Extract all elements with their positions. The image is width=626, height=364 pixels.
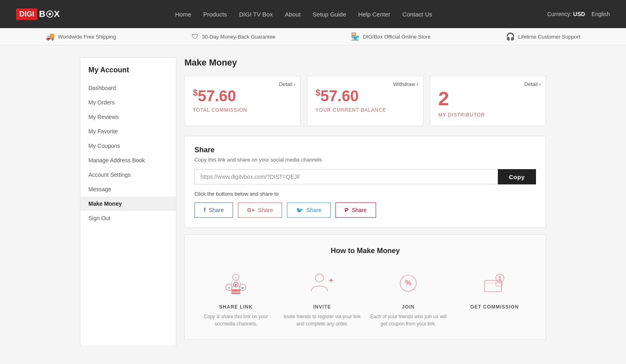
google-share-button[interactable]: G+ Share — [238, 202, 282, 218]
stat-current-balance: Withdraw › $57.60 YOUR CURRENT BALANCE — [307, 76, 423, 126]
language-selector[interactable]: English — [591, 11, 610, 17]
facebook-share-label: Share — [209, 207, 224, 213]
nav-home[interactable]: Home — [175, 11, 191, 18]
shield-icon: 🛡 — [192, 33, 199, 41]
twitter-icon: 🐦 — [296, 207, 303, 213]
svg-point-14 — [315, 274, 323, 282]
infobar-official: 🏪 DIGIBox Official Online Store — [351, 32, 430, 41]
currency-symbol-1: $ — [193, 88, 198, 98]
step-join-desc: Each of your friends who join us will ge… — [369, 313, 448, 327]
stat-amount-commission: $57.60 — [193, 88, 292, 105]
step-commission: $ GET COMMISSION — [456, 267, 534, 327]
stat-my-distributor: Detail › 2 MY DISTRIBUTOR — [430, 76, 546, 126]
nav-setup-guide[interactable]: Setup Guide — [313, 11, 346, 18]
stat-label-distributor: MY DISTRIBUTOR — [438, 112, 538, 118]
step-join-icon: % — [392, 267, 424, 299]
infobar-support: 🎧 Lifetime Customer Support — [506, 32, 580, 41]
svg-text:$: $ — [498, 276, 501, 281]
google-icon: G+ — [247, 207, 255, 213]
stat-detail-link-2[interactable]: Detail › — [524, 81, 541, 87]
svg-text:f: f — [229, 286, 230, 290]
infobar-shipping: 🚚 Worldwide Free Shipping — [46, 32, 116, 41]
header-right: Currency: USD English — [547, 11, 610, 17]
stat-detail-link-1[interactable]: Detail › — [279, 81, 295, 87]
header: DIGI B X Home Products DIGI TV Box About… — [0, 0, 626, 28]
share-section: Share Copy this link and share on your s… — [184, 136, 546, 228]
share-input-row: Copy — [194, 169, 536, 184]
nav-contact-us[interactable]: Contact Us — [403, 11, 432, 18]
logo-box: B X — [39, 9, 60, 19]
sidebar-item-sign-out[interactable]: Sign Out — [80, 211, 176, 225]
how-to-section: How to Make Money t f in — [184, 234, 546, 340]
pinterest-share-button[interactable]: P Share — [336, 202, 376, 218]
stat-label-commission: TOTAL COMMISSION — [193, 107, 292, 113]
stats-row: Detail › $57.60 TOTAL COMMISSION Withdra… — [184, 76, 546, 126]
svg-line-9 — [239, 280, 241, 285]
share-instructions: Click the buttons below and share to — [194, 191, 536, 197]
twitter-share-button[interactable]: 🐦 Share — [287, 202, 330, 218]
sidebar-item-manage-address-book[interactable]: Manage Address Book — [80, 153, 176, 168]
logo[interactable]: DIGI B X — [16, 8, 60, 20]
logo-digi: DIGI — [16, 8, 37, 20]
headset-icon: 🎧 — [506, 32, 515, 41]
stat-withdraw-link[interactable]: Withdraw › — [393, 81, 418, 87]
currency-label: Currency: USD — [547, 11, 585, 17]
share-title: Share — [194, 146, 536, 154]
stat-distributor-count: 2 — [438, 88, 538, 110]
sidebar-item-my-coupons[interactable]: My Coupons — [80, 139, 176, 153]
sidebar-item-dashboard[interactable]: Dashboard — [80, 81, 176, 95]
step-join: % JOIN Each of your friends who join us … — [369, 267, 448, 327]
facebook-share-button[interactable]: f Share — [194, 202, 233, 218]
sidebar-item-message[interactable]: Message — [80, 182, 176, 196]
main-layout: My Account Dashboard My Orders My Review… — [72, 57, 554, 346]
infobar: 🚚 Worldwide Free Shipping 🛡 30-Day Money… — [0, 28, 626, 45]
step-share-label: SHARE LINK — [219, 304, 253, 310]
step-join-label: JOIN — [402, 304, 415, 310]
infobar-money-back: 🛡 30-Day Money-Back Guarantee — [192, 33, 276, 41]
step-invite-label: INVITE — [313, 304, 331, 310]
nav-products[interactable]: Products — [203, 11, 227, 18]
nav-about[interactable]: About — [285, 11, 301, 18]
sidebar: My Account Dashboard My Orders My Review… — [80, 57, 176, 346]
svg-text:in: in — [241, 286, 244, 289]
store-icon: 🏪 — [351, 32, 360, 41]
stat-label-balance: YOUR CURRENT BALANCE — [315, 107, 415, 113]
step-share-desc: Copy & share this link on your socmedia … — [197, 313, 275, 327]
step-invite-desc: Invite friends to register via your link… — [283, 313, 362, 327]
content-area: Make Money Detail › $57.60 TOTAL COMMISS… — [184, 57, 546, 346]
copy-button[interactable]: Copy — [498, 169, 536, 184]
sidebar-title: My Account — [80, 66, 176, 81]
sidebar-item-my-orders[interactable]: My Orders — [80, 95, 176, 110]
sidebar-item-my-reviews[interactable]: My Reviews — [80, 110, 176, 124]
facebook-icon: f — [204, 207, 206, 213]
share-link-input[interactable] — [194, 169, 498, 184]
google-share-label: Share — [258, 207, 273, 213]
how-title: How to Make Money — [197, 247, 534, 255]
pinterest-icon: P — [345, 207, 348, 213]
nav-digi-tv-box[interactable]: DIGI TV Box — [239, 11, 273, 18]
main-nav: Home Products DIGI TV Box About Setup Gu… — [175, 11, 432, 18]
nav-help-center[interactable]: Help Center — [358, 11, 391, 18]
step-invite: INVITE Invite friends to register via yo… — [283, 267, 362, 327]
currency-symbol-2: $ — [315, 88, 320, 98]
truck-icon: 🚚 — [46, 32, 55, 41]
how-steps: t f in P — [197, 267, 534, 327]
step-share-link: t f in P — [197, 267, 275, 327]
share-buttons: f Share G+ Share 🐦 Share P Share — [194, 202, 536, 218]
sidebar-item-my-favorite[interactable]: My Favorite — [80, 124, 176, 139]
step-invite-icon — [306, 267, 338, 299]
twitter-share-label: Share — [306, 207, 321, 213]
currency-value: USD — [573, 11, 585, 17]
stat-total-commission: Detail › $57.60 TOTAL COMMISSION — [184, 76, 301, 126]
sidebar-item-make-money[interactable]: Make Money — [80, 196, 176, 211]
stat-amount-balance: $57.60 — [315, 88, 415, 105]
page-title: Make Money — [184, 57, 546, 68]
step-share-icon: t f in P — [220, 267, 252, 299]
step-commission-icon: $ — [479, 267, 511, 299]
svg-text:t: t — [235, 276, 237, 280]
svg-text:SHARE: SHARE — [232, 291, 240, 293]
share-subtitle: Copy this link and share on your social … — [194, 157, 536, 163]
pinterest-share-label: Share — [352, 207, 366, 213]
svg-text:P: P — [235, 284, 237, 286]
sidebar-item-account-settings[interactable]: Account Settings — [80, 168, 176, 182]
